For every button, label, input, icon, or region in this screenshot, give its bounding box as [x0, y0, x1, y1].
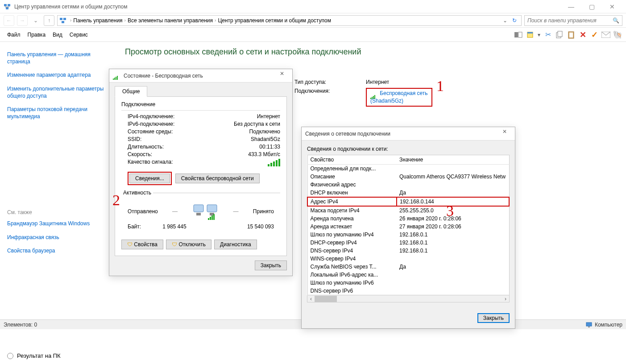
sidebar-sharing-settings[interactable]: Изменить дополнительные параметры общего… — [7, 85, 109, 99]
breadcrumb-control-panel[interactable]: Панель управления — [73, 17, 122, 24]
sidebar-adapter-settings[interactable]: Изменение параметров адаптера — [7, 71, 109, 79]
wireless-props-button[interactable]: Свойства беспроводной сети — [175, 174, 260, 183]
property-cell: Аренда получена — [307, 215, 397, 223]
sidebar-browser-props[interactable]: Свойства браузера — [7, 247, 109, 254]
value-cell: 192.168.0.1 — [397, 247, 509, 255]
value-cell — [397, 279, 509, 287]
details-button[interactable]: Сведения... — [129, 174, 170, 183]
svg-rect-15 — [586, 323, 592, 326]
horizontal-scrollbar[interactable]: ‹ › — [307, 295, 510, 302]
property-cell: Шлюз по умолчанию IPv4 — [307, 231, 397, 239]
table-row[interactable]: Шлюз по умолчанию IPv4192.168.0.1 — [307, 231, 509, 239]
table-row[interactable]: Служба NetBIOS через T...Да — [307, 263, 509, 271]
svg-rect-16 — [588, 327, 590, 327]
property-cell: DHCP-сервер IPv4 — [307, 239, 397, 247]
table-row[interactable]: Определенный для подк... — [307, 165, 509, 173]
sidebar-home-link[interactable]: Панель управления — домашняя страница — [7, 51, 109, 65]
col-property[interactable]: Свойство — [307, 155, 397, 165]
svg-rect-6 — [514, 32, 518, 37]
properties-button[interactable]: 🛡 Свойства — [121, 240, 163, 249]
table-row[interactable]: Аренда истекает27 января 2020 г. 0:28:06 — [307, 223, 509, 231]
disconnect-button[interactable]: 🛡 Отключить — [166, 240, 211, 249]
table-row[interactable]: Маска подсети IPv4255.255.255.0 — [307, 206, 509, 215]
toolbar-dropdown[interactable]: ▾ — [537, 30, 541, 40]
toolbar-button-1[interactable] — [514, 30, 523, 40]
breadcrumb-network-center[interactable]: Центр управления сетями и общим доступом — [218, 17, 331, 24]
table-row[interactable]: Шлюз по умолчанию IPv6 — [307, 279, 509, 287]
delete-icon[interactable]: ✕ — [578, 30, 588, 40]
menu-edit[interactable]: Правка — [24, 30, 50, 40]
table-row[interactable]: ОписаниеQualcomm Atheros QCA9377 Wireles… — [307, 173, 509, 181]
table-row[interactable]: DNS-сервер IPv4192.168.0.1 — [307, 247, 509, 255]
table-row[interactable]: Адрес IPv4192.168.0.144 — [307, 197, 509, 206]
value-cell — [397, 287, 509, 295]
sidebar-infrared[interactable]: Инфракрасная связь — [7, 234, 109, 241]
access-type-label: Тип доступа: — [294, 79, 366, 85]
breadcrumb[interactable]: › Панель управления › Все элементы панел… — [57, 15, 522, 26]
tab-general[interactable]: Общие — [115, 86, 147, 97]
mail-icon[interactable] — [601, 30, 611, 40]
table-row[interactable]: DHCP-сервер IPv4192.168.0.1 — [307, 239, 509, 247]
status-dialog-close[interactable]: ✕ — [275, 70, 289, 81]
details-dialog-title: Сведения о сетевом подключении — [305, 131, 390, 137]
value-cell: Да — [397, 263, 509, 271]
menu-service[interactable]: Сервис — [66, 30, 91, 40]
toolbar-button-2[interactable] — [525, 30, 535, 40]
nav-back-button[interactable]: ← — [4, 15, 14, 26]
speed-label: Скорость: — [128, 151, 248, 157]
nav-forward-button[interactable]: → — [17, 15, 28, 26]
details-dialog-close[interactable]: ✕ — [498, 128, 511, 139]
table-row[interactable]: Локальный IPv6-адрес ка... — [307, 271, 509, 279]
table-row[interactable]: DHCP включенДа — [307, 189, 509, 197]
col-value[interactable]: Значение — [397, 155, 509, 165]
connection-link[interactable]: Беспроводная сеть (Shadani5Gz) — [370, 90, 428, 104]
svg-rect-5 — [62, 21, 64, 23]
svg-rect-22 — [210, 217, 211, 220]
sidebar-firewall[interactable]: Брандмауэр Защитника Windows — [7, 220, 109, 227]
value-cell — [397, 165, 509, 173]
copy-icon[interactable] — [555, 30, 564, 40]
scroll-right-button[interactable]: › — [502, 296, 509, 302]
svg-rect-17 — [194, 205, 203, 212]
cut-icon[interactable]: ✂ — [543, 30, 553, 40]
property-cell: Описание — [307, 173, 397, 181]
breadcrumb-dropdown[interactable]: ⌄ — [501, 17, 510, 24]
table-row[interactable]: DNS-сервер IPv6 — [307, 287, 509, 295]
property-cell: Адрес IPv4 — [307, 197, 397, 206]
search-input[interactable] — [527, 17, 613, 24]
sidebar-media-streaming[interactable]: Параметры потоковой передачи мультимедиа — [7, 106, 109, 120]
maximize-button[interactable]: ▢ — [581, 0, 602, 13]
check-icon[interactable]: ✓ — [589, 30, 599, 40]
close-button[interactable]: ✕ — [602, 0, 622, 13]
table-row[interactable]: Аренда получена26 января 2020 г. 0:28:06 — [307, 215, 509, 223]
details-close-button[interactable]: Закрыть — [477, 313, 510, 323]
globe-icon[interactable]: 🐚 — [613, 30, 622, 40]
menu-file[interactable]: Файл — [4, 30, 24, 40]
connections-label: Подключения: — [294, 88, 366, 107]
duration-value: 00:11:33 — [259, 144, 280, 150]
status-close-button[interactable]: Закрыть — [255, 261, 287, 270]
svg-rect-7 — [518, 32, 522, 37]
diagnostics-button[interactable]: Диагностика — [214, 240, 257, 249]
property-cell: WINS-сервер IPv4 — [307, 255, 397, 263]
scroll-thumb[interactable] — [315, 296, 337, 302]
breadcrumb-all-items[interactable]: Все элементы панели управления — [128, 17, 213, 24]
scroll-left-button[interactable]: ‹ — [307, 296, 315, 302]
result-radio[interactable] — [7, 353, 13, 359]
table-row[interactable]: Физический адрес — [307, 181, 509, 189]
table-row[interactable]: WINS-сервер IPv4 — [307, 255, 509, 263]
minimize-button[interactable]: — — [561, 0, 581, 13]
nav-up-button[interactable]: ↑ — [44, 15, 54, 26]
menu-view[interactable]: Вид — [49, 30, 66, 40]
signal-label: Качество сигнала: — [128, 159, 267, 166]
search-box[interactable]: 🔍 — [524, 15, 622, 26]
details-button-box: Сведения... — [128, 172, 172, 185]
property-cell: Физический адрес — [307, 181, 397, 189]
refresh-button[interactable]: ↻ — [510, 17, 519, 24]
svg-rect-3 — [60, 18, 62, 20]
nav-history-button[interactable]: ⌄ — [30, 15, 41, 26]
chevron-right-icon: › — [215, 18, 216, 23]
signal-bars-icon — [267, 159, 280, 166]
paste-icon[interactable] — [566, 30, 576, 40]
svg-rect-2 — [6, 7, 8, 9]
